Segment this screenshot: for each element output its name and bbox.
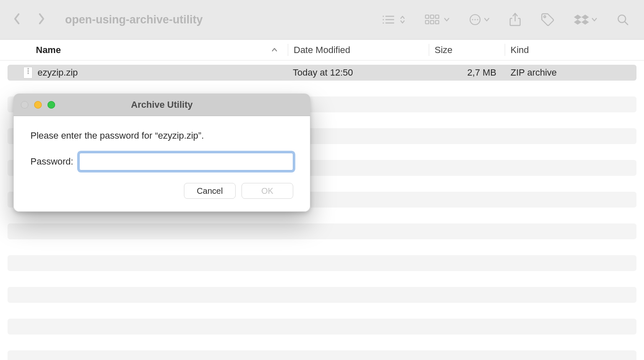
toolbar-right [381,13,629,27]
tags-button[interactable] [541,13,555,27]
empty-row [8,223,636,239]
view-list-button[interactable] [381,14,405,25]
column-date[interactable]: Date Modified [288,45,429,56]
chevron-down-icon [484,17,490,23]
cancel-button[interactable]: Cancel [184,183,236,199]
svg-line-23 [625,22,628,25]
svg-rect-9 [425,20,429,24]
column-kind[interactable]: Kind [505,45,644,56]
svg-marker-21 [581,20,589,25]
empty-row [8,319,636,335]
file-date: Today at 12:50 [288,67,429,78]
column-name-label: Name [36,45,61,56]
svg-point-13 [472,19,473,20]
svg-marker-20 [574,20,581,25]
password-input[interactable] [79,153,293,170]
file-size: 2,7 MB [429,67,505,78]
column-header-row: Name Date Modified Size Kind [0,40,644,61]
svg-point-17 [544,16,546,18]
zip-file-icon [23,67,33,79]
svg-marker-19 [581,15,589,20]
svg-rect-7 [430,15,434,18]
svg-point-0 [382,15,384,17]
empty-row [8,255,636,271]
svg-point-4 [382,22,384,23]
file-row[interactable]: ezyzip.zip Today at 12:50 2,7 MB ZIP arc… [8,65,636,81]
action-menu-button[interactable] [469,13,490,26]
archive-utility-dialog: Archive Utility Please enter the passwor… [13,94,310,212]
chevron-down-icon [444,17,450,23]
file-kind: ZIP archive [505,67,636,78]
empty-row [8,287,636,303]
folder-title: open-using-archive-utility [65,13,370,26]
svg-marker-18 [574,15,581,20]
forward-button[interactable] [37,13,46,27]
svg-point-2 [382,19,384,20]
group-by-button[interactable] [425,14,450,25]
dialog-titlebar[interactable]: Archive Utility [13,94,310,116]
finder-toolbar: open-using-archive-utility [0,0,644,40]
chevron-down-icon [591,17,597,23]
nav-arrows [13,13,46,27]
column-size[interactable]: Size [429,45,505,56]
svg-point-14 [474,19,475,20]
svg-rect-8 [435,15,439,18]
dialog-body: Please enter the password for “ezyzip.zi… [13,116,310,212]
sort-ascending-icon [271,45,278,56]
file-name: ezyzip.zip [38,67,78,78]
dialog-prompt: Please enter the password for “ezyzip.zi… [30,130,293,141]
dialog-title: Archive Utility [13,99,310,110]
empty-row [8,350,636,360]
password-label: Password: [30,156,73,167]
back-button[interactable] [13,13,22,27]
share-button[interactable] [509,13,521,27]
search-button[interactable] [616,13,629,26]
svg-rect-6 [425,15,429,18]
svg-rect-10 [430,20,434,24]
dropbox-button[interactable] [574,14,597,25]
column-name[interactable]: Name [0,45,288,56]
svg-rect-11 [435,20,439,24]
ok-button[interactable]: OK [242,183,293,199]
svg-point-15 [477,19,478,20]
